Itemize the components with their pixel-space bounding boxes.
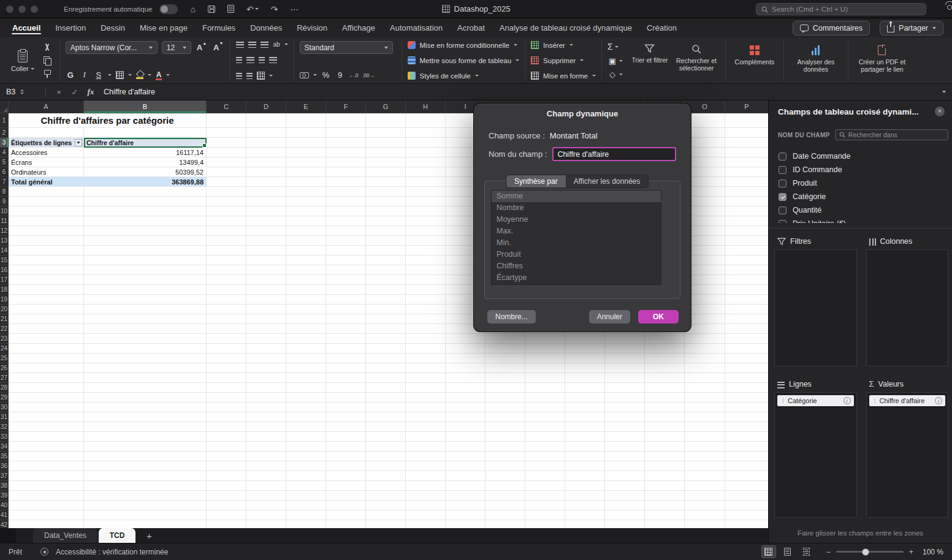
number-format-combo[interactable]: Standard — [300, 41, 393, 54]
cell-F27[interactable] — [326, 373, 366, 383]
cell-D29[interactable] — [246, 393, 286, 403]
cell-C34[interactable] — [207, 442, 246, 452]
cell-J32[interactable] — [486, 422, 525, 432]
cell-O41[interactable] — [685, 510, 725, 520]
ribbon-tab-insertion[interactable]: Insertion — [48, 20, 93, 36]
cell-H33[interactable] — [406, 432, 446, 442]
cell-C18[interactable] — [207, 285, 246, 295]
cell-D37[interactable] — [246, 471, 286, 481]
cell-L27[interactable] — [565, 373, 605, 383]
cell-D27[interactable] — [246, 373, 286, 383]
cell-K30[interactable] — [525, 403, 565, 412]
cell-N37[interactable] — [645, 471, 685, 481]
formula-input[interactable]: Chiffre d'affaire — [104, 88, 155, 96]
cell-M25[interactable] — [605, 354, 645, 363]
row-header-42[interactable]: 42 — [0, 520, 9, 528]
cell-C42[interactable] — [207, 520, 246, 528]
cell-J23[interactable] — [486, 334, 525, 344]
cell-O38[interactable] — [685, 481, 725, 491]
cell-H4[interactable] — [406, 148, 446, 157]
cell-M38[interactable] — [605, 481, 645, 491]
cell-P23[interactable] — [725, 334, 768, 344]
cell-B5[interactable]: 13499,4 — [84, 157, 207, 167]
cell-M27[interactable] — [605, 373, 645, 383]
cell-N35[interactable] — [645, 452, 685, 461]
cell-A42[interactable] — [9, 520, 84, 528]
cell-M23[interactable] — [605, 334, 645, 344]
cell-G21[interactable] — [366, 314, 406, 324]
cell-C30[interactable] — [207, 403, 246, 412]
cell-I28[interactable] — [446, 383, 486, 393]
cell-A5[interactable]: Écrans — [9, 157, 84, 167]
cell-H16[interactable] — [406, 265, 446, 275]
cell-O31[interactable] — [685, 412, 725, 422]
cell-C41[interactable] — [207, 510, 246, 520]
cell-F3[interactable] — [326, 138, 366, 148]
page-layout-view-button[interactable] — [781, 546, 794, 558]
cell-F6[interactable] — [326, 167, 366, 177]
cell-A35[interactable] — [9, 452, 84, 461]
cell-styles-button[interactable]: Styles de cellule — [408, 72, 520, 80]
row-header-21[interactable]: 21 — [0, 314, 9, 324]
cell-E19[interactable] — [286, 295, 326, 305]
row-header-29[interactable]: 29 — [0, 393, 9, 403]
field-checkbox-cat-gorie[interactable] — [779, 193, 786, 201]
paste-button[interactable]: Coller — [8, 40, 37, 80]
cell-D22[interactable] — [246, 324, 286, 334]
cell-D42[interactable] — [246, 520, 286, 528]
cell-F22[interactable] — [326, 324, 366, 334]
percent-format-button[interactable]: % — [321, 70, 331, 80]
cell-L28[interactable] — [565, 383, 605, 393]
cell-L41[interactable] — [565, 510, 605, 520]
cell-D9[interactable] — [246, 197, 286, 206]
cancel-entry-button[interactable]: × — [51, 88, 67, 97]
cell-G1[interactable] — [366, 113, 406, 128]
field-search-input[interactable]: Rechercher dans — [835, 129, 948, 140]
function-option-min[interactable]: Min. — [492, 237, 661, 249]
cell-A17[interactable] — [9, 275, 84, 285]
cell-J26[interactable] — [486, 363, 525, 373]
cell-F4[interactable] — [326, 148, 366, 157]
cell-H31[interactable] — [406, 412, 446, 422]
cell-C15[interactable] — [207, 255, 246, 265]
row-header-17[interactable]: 17 — [0, 275, 9, 285]
cell-G22[interactable] — [366, 324, 406, 334]
cell-L39[interactable] — [565, 491, 605, 501]
cell-G26[interactable] — [366, 363, 406, 373]
ribbon-tab-cr-ation[interactable]: Création — [639, 20, 684, 36]
cell-P35[interactable] — [725, 452, 768, 461]
cell-N28[interactable] — [645, 383, 685, 393]
cell-A1[interactable]: Chiffre d'affaires par catégorie — [9, 113, 207, 128]
cell-B34[interactable] — [84, 442, 207, 452]
cell-K28[interactable] — [525, 383, 565, 393]
cell-G30[interactable] — [366, 403, 406, 412]
cell-A21[interactable] — [9, 314, 84, 324]
cell-F30[interactable] — [326, 403, 366, 412]
ribbon-tab-accueil[interactable]: Accueil — [5, 20, 48, 36]
cell-E33[interactable] — [286, 432, 326, 442]
cell-B22[interactable] — [84, 324, 207, 334]
cell-P18[interactable] — [725, 285, 768, 295]
cell-F25[interactable] — [326, 354, 366, 363]
cell-M40[interactable] — [605, 501, 645, 510]
cell-A7[interactable]: Total général — [9, 177, 84, 187]
cell-D23[interactable] — [246, 334, 286, 344]
cell-B36[interactable] — [84, 461, 207, 471]
cell-M41[interactable] — [605, 510, 645, 520]
cell-B23[interactable] — [84, 334, 207, 344]
cell-C1[interactable] — [207, 113, 246, 128]
row-header-16[interactable]: 16 — [0, 265, 9, 275]
cell-C23[interactable] — [207, 334, 246, 344]
cell-J29[interactable] — [486, 393, 525, 403]
cell-L40[interactable] — [565, 501, 605, 510]
cell-H13[interactable] — [406, 236, 446, 246]
cell-D12[interactable] — [246, 226, 286, 236]
cell-E15[interactable] — [286, 255, 326, 265]
cell-A4[interactable]: Accessoires — [9, 148, 84, 157]
cell-D16[interactable] — [246, 265, 286, 275]
cell-A34[interactable] — [9, 442, 84, 452]
cell-H11[interactable] — [406, 216, 446, 226]
cell-L34[interactable] — [565, 442, 605, 452]
cell-L37[interactable] — [565, 471, 605, 481]
column-header-P[interactable]: P — [725, 100, 768, 113]
